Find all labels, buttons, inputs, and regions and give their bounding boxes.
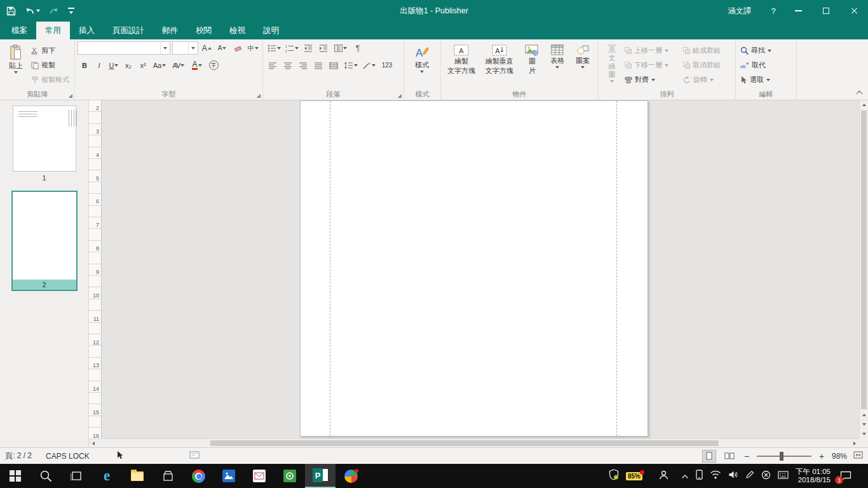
pictures-button[interactable]: 圖 片 <box>520 41 545 90</box>
two-page-spread-view-button[interactable] <box>722 450 736 463</box>
draw-vertical-textbox-button[interactable]: A 繪製垂直 文字方塊 <box>479 41 520 90</box>
edge-browser-button[interactable]: e <box>92 464 122 488</box>
align-left-button[interactable] <box>266 58 280 72</box>
minimize-button[interactable] <box>784 0 812 22</box>
enclose-characters-button[interactable]: 字 <box>206 58 221 72</box>
phonetic-guide-button[interactable]: 中 <box>247 41 260 55</box>
file-explorer-button[interactable] <box>122 464 153 488</box>
shapes-button[interactable]: 圖案 <box>570 41 595 90</box>
shrink-font-button[interactable]: A <box>215 41 229 55</box>
draw-textbox-button[interactable]: A 繪製 文字方塊 <box>444 41 479 90</box>
tab-home[interactable]: 常用 <box>36 22 70 39</box>
microsoft-store-button[interactable] <box>153 464 183 488</box>
hidden-icons-chevron[interactable] <box>681 471 689 481</box>
touch-keyboard-icon[interactable] <box>778 470 789 482</box>
page-2-thumbnail-selected[interactable]: 2 <box>11 191 78 291</box>
close-button[interactable] <box>840 0 868 22</box>
undo-dropdown-arrow[interactable] <box>36 10 40 12</box>
copy-button[interactable]: 複製 <box>29 58 71 72</box>
zoom-out-button[interactable]: − <box>743 451 750 461</box>
sync-error-icon[interactable] <box>761 470 771 482</box>
scroll-down-arrow[interactable] <box>860 430 868 438</box>
tab-page-design[interactable]: 頁面設計 <box>104 22 153 39</box>
justify-button[interactable] <box>311 58 325 72</box>
tab-review[interactable]: 校閱 <box>187 22 220 39</box>
scroll-left-arrow[interactable] <box>89 439 98 447</box>
zoom-in-button[interactable]: + <box>818 451 825 461</box>
table-button[interactable]: 表格 <box>545 41 570 90</box>
save-icon[interactable] <box>6 6 16 16</box>
maximize-button[interactable] <box>812 0 840 22</box>
undo-button[interactable] <box>25 7 40 15</box>
taskbar-clock[interactable]: 下午 01:05 2018/8/15 <box>796 468 831 484</box>
paste-button[interactable]: 貼上 <box>3 41 29 90</box>
character-spacing-button[interactable]: AV <box>169 58 188 72</box>
start-button[interactable] <box>0 464 31 488</box>
styles-button[interactable]: A 樣式 <box>407 41 437 90</box>
chrome-button[interactable] <box>183 464 214 488</box>
wifi-icon[interactable] <box>710 470 721 482</box>
change-case-button[interactable]: Aa <box>151 58 168 72</box>
status-panel-icon[interactable] <box>189 451 200 461</box>
horizontal-scroll-thumb[interactable] <box>210 440 719 446</box>
align-right-button[interactable] <box>296 58 310 72</box>
font-name-dropdown[interactable] <box>160 42 170 54</box>
bold-button[interactable]: B <box>78 58 92 72</box>
clear-formatting-button[interactable] <box>231 41 244 55</box>
scroll-right-arrow[interactable] <box>850 439 859 447</box>
single-page-view-button[interactable] <box>702 450 716 463</box>
previous-page-scroll-button[interactable] <box>860 410 868 419</box>
zoom-level[interactable]: 98% <box>832 452 847 461</box>
publication-page[interactable] <box>300 100 648 437</box>
zoom-slider[interactable] <box>757 456 811 457</box>
decrease-indent-button[interactable] <box>301 41 315 55</box>
help-button[interactable]: ? <box>763 6 784 16</box>
next-page-scroll-button[interactable] <box>860 420 868 429</box>
select-button[interactable]: 選取 <box>738 73 773 86</box>
line-spacing-button[interactable] <box>342 58 360 72</box>
page-2-thumbnail[interactable] <box>13 192 76 280</box>
tab-insert[interactable]: 插入 <box>70 22 104 39</box>
camera-app-button[interactable] <box>275 464 305 488</box>
columns-button[interactable] <box>332 41 349 55</box>
scroll-up-arrow[interactable] <box>860 100 868 109</box>
align-center-button[interactable] <box>281 58 295 72</box>
vertical-scrollbar[interactable] <box>859 100 868 438</box>
font-color-button[interactable]: A <box>189 58 205 72</box>
bullets-button[interactable] <box>266 41 282 55</box>
superscript-button[interactable]: x² <box>136 58 150 72</box>
borders-button[interactable] <box>361 58 377 72</box>
customize-qat-button[interactable] <box>68 8 74 14</box>
zoom-slider-thumb[interactable] <box>780 452 783 461</box>
grow-font-button[interactable]: A <box>200 41 214 55</box>
taskbar-search-button[interactable] <box>31 464 61 488</box>
underline-button[interactable]: U <box>107 58 121 72</box>
defender-shield-icon[interactable] <box>609 469 619 483</box>
page-1-thumbnail[interactable] <box>13 105 76 172</box>
phone-icon[interactable] <box>696 470 703 482</box>
battery-indicator[interactable]: 85% <box>626 472 642 480</box>
vertical-scroll-thumb[interactable] <box>861 111 867 409</box>
vertical-ruler[interactable]: 2 3 4 5 6 7 8 9 10 11 12 13 14 15 16 <box>89 100 102 438</box>
task-view-button[interactable] <box>61 464 92 488</box>
increase-indent-button[interactable] <box>316 41 330 55</box>
line-numbers-button[interactable]: 123 <box>379 58 395 72</box>
action-center-button[interactable]: 3 <box>837 468 854 484</box>
people-icon[interactable] <box>658 470 669 483</box>
tab-help[interactable]: 說明 <box>254 22 288 39</box>
align-objects-button[interactable]: 對齊 <box>623 73 681 86</box>
tab-mailings[interactable]: 郵件 <box>153 22 187 39</box>
subscript-button[interactable]: x₂ <box>121 58 135 72</box>
special-characters-button[interactable]: ¶ <box>351 41 365 55</box>
font-size-dropdown[interactable] <box>188 42 198 54</box>
page-indicator[interactable]: 頁: 2 / 2 <box>5 451 32 461</box>
fit-page-button[interactable] <box>853 451 863 461</box>
sphere-app-button[interactable] <box>336 464 366 488</box>
publisher-taskbar-button[interactable]: P <box>305 464 336 488</box>
mail-app-button[interactable] <box>244 464 275 488</box>
collapse-ribbon-button[interactable] <box>857 91 863 97</box>
numbering-button[interactable]: 12 <box>283 41 300 55</box>
tab-file[interactable]: 檔案 <box>3 22 36 39</box>
user-name[interactable]: 涵文譚 <box>717 6 763 17</box>
italic-button[interactable]: I <box>92 58 106 72</box>
